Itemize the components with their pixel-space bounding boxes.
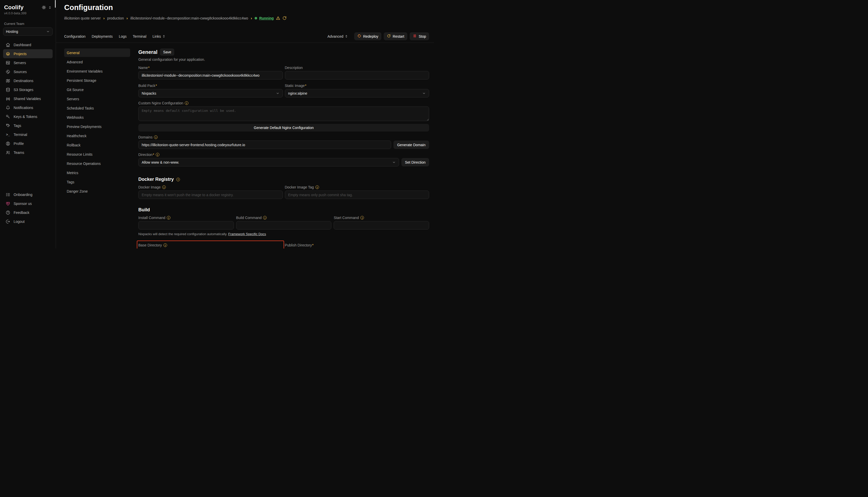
sidebar-item-onboarding[interactable]: Onboarding [3, 190, 53, 199]
sidebar-scrollbar[interactable] [55, 0, 56, 8]
team-select[interactable]: Hosting [3, 27, 53, 36]
generate-nginx-button[interactable]: Generate Default Nginx Configuration [138, 124, 429, 131]
sidebar-item-terminal[interactable]: Terminal [3, 130, 53, 139]
restart-button[interactable]: Restart [384, 32, 407, 40]
sidebar-item-projects[interactable]: Projects [3, 49, 53, 58]
sidebar-item-tags[interactable]: Tags [3, 121, 53, 130]
subnav-item-healthcheck[interactable]: Healthcheck [64, 131, 130, 140]
subnav-item-scheduled-tasks[interactable]: Scheduled Tasks [64, 104, 130, 112]
sidebar-item-dashboard[interactable]: Dashboard [3, 40, 53, 49]
subnav-item-persistent-storage[interactable]: Persistent Storage [64, 76, 130, 85]
chevron-updown-icon [162, 34, 166, 38]
tab-logs[interactable]: Logs [119, 34, 126, 39]
info-icon[interactable] [156, 153, 160, 156]
subnav-item-advanced[interactable]: Advanced [64, 58, 130, 66]
info-icon[interactable] [263, 216, 267, 219]
docker-image-input[interactable] [138, 190, 283, 199]
subnav-item-webhooks[interactable]: Webhooks [64, 113, 130, 122]
subnav-item-rollback[interactable]: Rollback [64, 141, 130, 149]
tab-links[interactable]: Links [152, 34, 166, 39]
info-icon[interactable] [154, 136, 157, 139]
publish-directory-label: Publish Directory [285, 243, 429, 247]
breadcrumb-environment[interactable]: production [107, 16, 124, 20]
stop-button[interactable]: Stop [410, 32, 429, 40]
save-button[interactable]: Save [160, 48, 174, 56]
subnav-item-servers[interactable]: Servers [64, 95, 130, 103]
description-input[interactable] [285, 71, 429, 80]
warning-triangle-icon[interactable] [276, 16, 280, 20]
sidebar-item-keys-tokens[interactable]: Keys & Tokens [3, 112, 53, 121]
breadcrumb-separator-icon: › [126, 16, 128, 20]
sidebar-item-teams[interactable]: Teams [3, 148, 53, 157]
docker-image-tag-label: Docker Image Tag [285, 185, 429, 189]
info-icon[interactable] [162, 185, 166, 189]
subnav-item-git-source[interactable]: Git Source [64, 85, 130, 94]
home-icon [6, 43, 10, 47]
info-icon[interactable] [185, 101, 188, 105]
sidebar-item-servers[interactable]: Servers [3, 58, 53, 67]
docker-image-label: Docker Image [138, 185, 283, 189]
domains-input[interactable] [138, 141, 391, 149]
sidebar-item-profile[interactable]: Profile [3, 139, 53, 148]
breadcrumb-separator-icon: › [103, 16, 105, 20]
info-icon[interactable] [315, 185, 319, 189]
status-running-link[interactable]: Running [259, 16, 274, 20]
install-command-input[interactable] [138, 221, 234, 229]
start-command-input[interactable] [334, 221, 429, 229]
subnav-item-general[interactable]: General [64, 48, 130, 57]
breadcrumb-project[interactable]: illicitonion quote server [64, 16, 101, 20]
generate-domain-button[interactable]: Generate Domain [394, 141, 429, 149]
sidebar-nav: Dashboard Projects Servers Sources Desti… [3, 40, 53, 157]
subnav-item-tags[interactable]: Tags [64, 178, 130, 186]
sidebar-item-s3-storages[interactable]: S3 Storages [3, 85, 53, 94]
breadcrumb: illicitonion quote server › production ›… [64, 16, 429, 20]
sidebar-item-sources[interactable]: Sources [3, 67, 53, 76]
tab-deployments[interactable]: Deployments [92, 34, 113, 39]
base-directory-label: Base Directory [138, 243, 283, 247]
config-subnav: General Advanced Environment Variables P… [64, 43, 130, 196]
custom-nginx-label: Custom Nginx Configuration [138, 101, 429, 105]
info-icon[interactable] [176, 178, 180, 181]
sidebar-item-feedback[interactable]: Feedback [3, 208, 53, 217]
subnav-item-environment-variables[interactable]: Environment Variables [64, 67, 130, 75]
sidebar-item-sponsor[interactable]: Sponsor us [3, 199, 53, 208]
main-area: Configuration illicitonion quote server … [56, 0, 434, 248]
static-image-select[interactable]: nginx:alpine [285, 89, 429, 97]
name-input[interactable] [138, 71, 283, 80]
subnav-item-preview-deployments[interactable]: Preview Deployments [64, 122, 130, 131]
theme-switcher-chevrons-icon[interactable] [48, 6, 52, 9]
chevron-down-icon [276, 91, 279, 95]
docker-image-tag-input[interactable] [285, 190, 429, 199]
theme-sun-icon[interactable] [42, 5, 46, 10]
refresh-icon[interactable] [282, 16, 287, 20]
breadcrumb-application[interactable]: illicitestonion/-module--decomposition:m… [130, 16, 248, 20]
direction-select[interactable]: Allow www & non-www. [138, 158, 399, 167]
advanced-dropdown[interactable]: Advanced [328, 34, 348, 39]
subnav-item-danger-zone[interactable]: Danger Zone [64, 187, 130, 195]
sidebar-item-destinations[interactable]: Destinations [3, 76, 53, 85]
redeploy-button[interactable]: Redeploy [354, 32, 381, 40]
subnav-item-resource-operations[interactable]: Resource Operations [64, 159, 130, 168]
info-icon[interactable] [164, 243, 167, 247]
build-pack-select[interactable]: Nixpacks [138, 89, 283, 97]
sidebar-item-notifications[interactable]: Notifications [3, 103, 53, 112]
sidebar-item-shared-variables[interactable]: Shared Variables [3, 94, 53, 103]
info-icon[interactable] [167, 216, 170, 219]
framework-docs-link[interactable]: Framework Specific Docs [228, 232, 266, 236]
tab-terminal[interactable]: Terminal [133, 34, 146, 39]
custom-nginx-textarea[interactable] [138, 106, 429, 121]
build-command-input[interactable] [236, 221, 332, 229]
sidebar-item-label: Projects [14, 52, 27, 56]
set-direction-button[interactable]: Set Direction [401, 158, 429, 167]
sidebar-item-label: Profile [14, 142, 24, 146]
sidebar-item-logout[interactable]: Logout [3, 217, 53, 226]
subnav-item-resource-limits[interactable]: Resource Limits [64, 150, 130, 158]
layers-icon [6, 52, 10, 56]
info-icon[interactable] [360, 216, 364, 219]
subnav-item-metrics[interactable]: Metrics [64, 169, 130, 177]
tab-configuration[interactable]: Configuration [64, 34, 85, 39]
build-section-title: Build [138, 207, 150, 213]
key-icon [6, 114, 10, 119]
sidebar-item-label: Servers [14, 61, 26, 65]
description-label: Description [285, 66, 429, 70]
